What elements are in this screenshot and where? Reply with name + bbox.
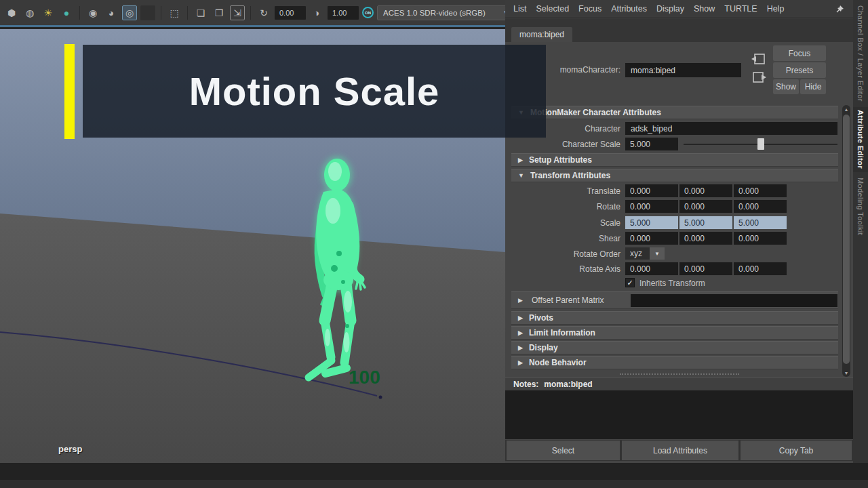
rotate-axis-x-field[interactable]: 0.000 (625, 262, 678, 275)
menu-attributes[interactable]: Attributes (611, 4, 647, 14)
character-name-field[interactable]: adsk_biped (625, 122, 837, 135)
section-node-behavior-header[interactable]: ▶ Node Behavior (511, 356, 838, 369)
attribute-editor-panel: List Selected Focus Attributes Display S… (505, 0, 853, 463)
shear-label: Shear (599, 234, 620, 243)
translate-z-field[interactable]: 0.000 (734, 184, 787, 197)
notes-textarea[interactable] (505, 390, 853, 439)
title-accent-bar (64, 44, 75, 139)
tab-moma-biped[interactable]: moma:biped (511, 27, 572, 42)
copy-tab-button[interactable]: Copy Tab (741, 441, 852, 460)
rotate-x-field[interactable]: 0.000 (625, 200, 678, 213)
section-display-header[interactable]: ▶ Display (511, 341, 838, 354)
color-management-on-badge[interactable]: ON (362, 7, 374, 18)
character-scale-slider[interactable] (684, 138, 837, 150)
scale-x-field[interactable]: 5.000 (625, 216, 678, 229)
chevron-right-icon: ▶ (518, 297, 523, 304)
rotate-axis-y-field[interactable]: 0.000 (679, 262, 732, 275)
shadows-sphere-icon[interactable]: ● (59, 5, 74, 20)
shear-x-field[interactable]: 0.000 (625, 232, 678, 245)
attribute-editor-tabstrip: moma:biped (505, 18, 853, 42)
translate-label: Translate (587, 186, 620, 196)
ground-plane (0, 214, 505, 463)
section-title: Display (529, 343, 558, 352)
character-label: Character (585, 124, 620, 134)
page-title: Motion Scale (189, 68, 440, 114)
scrollbar-thumb[interactable] (843, 115, 850, 364)
show-button[interactable]: Show (773, 79, 799, 94)
scroll-down-icon[interactable]: ▼ (842, 369, 850, 377)
section-pivots-header[interactable]: ▶ Pivots (511, 311, 838, 325)
colorspace-value: ACES 1.0 SDR-video (sRGB) (383, 9, 486, 17)
fullscreen-icon[interactable]: ⇲ (230, 5, 245, 20)
menu-display[interactable]: Display (656, 4, 684, 14)
menu-focus[interactable]: Focus (578, 4, 601, 14)
character-selector-label: momaCharacter: (560, 65, 620, 75)
inherits-transform-label: Inherits Transform (639, 279, 705, 288)
inactive-toggle-icon[interactable]: ■ (140, 5, 155, 20)
character-scale-field[interactable]: 5.000 (625, 138, 678, 150)
isolate-add-icon[interactable]: ❐ (212, 5, 226, 20)
shear-z-field[interactable]: 0.000 (734, 232, 787, 245)
notes-bar: Notes: moma:biped (505, 377, 853, 390)
gamma-contrast-icon[interactable]: ◑ (309, 5, 324, 20)
rotate-order-chevron-icon[interactable]: ▼ (650, 247, 665, 260)
pin-icon[interactable] (835, 4, 845, 14)
chevron-right-icon: ▶ (518, 344, 523, 351)
section-setup-header[interactable]: ▶ Setup Attributes (511, 153, 838, 167)
translate-x-field[interactable]: 0.000 (625, 184, 678, 197)
gamma-field[interactable]: 1.00 (328, 6, 359, 20)
xray-icon[interactable]: ◎ (122, 5, 137, 20)
tab-channel-box-layer-editor[interactable]: Channel Box / Layer Editor (853, 3, 868, 104)
hide-button[interactable]: Hide (800, 79, 826, 94)
rotate-axis-z-field[interactable]: 0.000 (734, 262, 787, 275)
scale-y-field[interactable]: 5.000 (679, 216, 732, 229)
section-motionmaker-header[interactable]: ▼ MotionMaker Character Attributes (511, 106, 838, 119)
tab-attribute-editor[interactable]: Attribute Editor (853, 107, 868, 172)
section-limit-information-header[interactable]: ▶ Limit Information (511, 326, 838, 340)
section-title: MotionMaker Character Attributes (530, 108, 661, 117)
attribute-editor-scrollbar[interactable]: ▲ ▼ (842, 105, 850, 377)
slider-handle[interactable] (757, 138, 764, 150)
character-selector-field[interactable]: moma:biped (625, 63, 741, 77)
title-overlay: Motion Scale (83, 45, 546, 138)
presets-button[interactable]: Presets (773, 62, 826, 78)
section-title: Pivots (529, 313, 553, 323)
load-attributes-button[interactable]: Load Attributes (622, 441, 738, 460)
chevron-right-icon: ▶ (518, 157, 523, 163)
exposure-field[interactable]: 0.00 (275, 6, 306, 20)
ao-sphere-icon[interactable]: ◉ (85, 5, 100, 20)
section-title: Transform Attributes (530, 171, 610, 180)
rotate-order-dropdown[interactable]: xyz (625, 247, 650, 260)
menu-turtle[interactable]: TURTLE (724, 4, 757, 14)
menu-list[interactable]: List (513, 4, 526, 14)
notes-resize-handle[interactable] (620, 373, 739, 375)
scale-z-field[interactable]: 5.000 (734, 216, 787, 229)
tab-modeling-toolkit[interactable]: Modeling Toolkit (853, 175, 868, 243)
wireframe-sphere-icon[interactable]: ◍ (22, 5, 37, 20)
translate-y-field[interactable]: 0.000 (679, 184, 732, 197)
toolbar-separator (187, 6, 188, 20)
rotate-z-field[interactable]: 0.000 (734, 200, 787, 213)
character-scale-label: Character Scale (562, 140, 620, 149)
inherits-transform-checkbox[interactable]: ✓ (625, 278, 635, 287)
rotate-y-field[interactable]: 0.000 (679, 200, 732, 213)
exposure-refresh-icon[interactable]: ↻ (256, 5, 271, 20)
shading-cube-icon[interactable]: ⬢ (4, 5, 19, 20)
focus-button[interactable]: Focus (773, 45, 826, 61)
colorspace-dropdown[interactable]: ACES 1.0 SDR-video (sRGB) ▼ (377, 5, 515, 20)
scroll-up-icon[interactable]: ▲ (842, 105, 850, 113)
section-transform-header[interactable]: ▼ Transform Attributes (511, 169, 838, 182)
shear-y-field[interactable]: 0.000 (679, 232, 732, 245)
lighting-bulb-icon[interactable]: ☀ (41, 5, 56, 20)
select-button[interactable]: Select (507, 441, 620, 460)
menu-selected[interactable]: Selected (536, 4, 569, 14)
motion-blur-icon[interactable]: ◕ (104, 5, 119, 20)
section-offset-parent-matrix[interactable]: ▶ Offset Parent Matrix (511, 291, 838, 309)
offset-parent-matrix-field[interactable] (631, 294, 837, 307)
input-connection-icon[interactable] (751, 52, 767, 66)
output-connection-icon[interactable] (751, 70, 767, 84)
menu-help[interactable]: Help (767, 4, 785, 14)
isolate-selected-icon[interactable]: ❏ (193, 5, 208, 20)
menu-show[interactable]: Show (694, 4, 715, 14)
select-marquee-icon[interactable]: ⬚ (167, 5, 182, 20)
